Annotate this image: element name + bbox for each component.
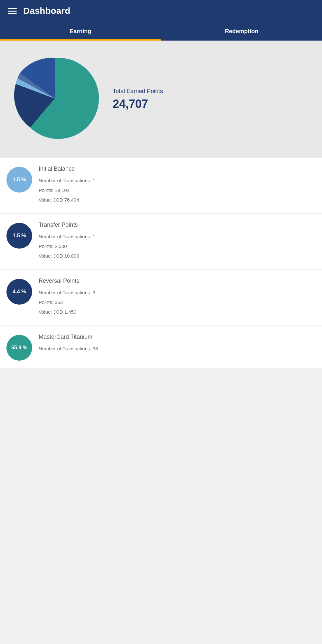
item-title: Initial Balance xyxy=(39,166,316,172)
item-title: MasterCard Titanium xyxy=(39,334,316,340)
total-points-label: Total Earned Points xyxy=(113,88,312,95)
item-value: Value: JOD 10.000 xyxy=(39,252,316,260)
item-points: Points: 363 xyxy=(39,298,316,306)
total-points-section: Total Earned Points 24,707 xyxy=(113,88,312,111)
percentage-badge: 55.9 % xyxy=(6,335,32,361)
item-transactions: Number of Transactions: 38 xyxy=(39,345,316,353)
header: Dashboard Earning Redemption xyxy=(0,0,322,41)
chart-section: Total Earned Points 24,707 xyxy=(0,41,322,158)
page-title: Dashboard xyxy=(23,6,70,16)
item-title: Transfer Points xyxy=(39,222,316,228)
item-title: Reversal Points xyxy=(39,278,316,284)
tab-earning[interactable]: Earning xyxy=(0,22,161,41)
item-content: Transfer Points Number of Transactions: … xyxy=(39,222,316,262)
list-item: 4.4 % Reversal Points Number of Transact… xyxy=(0,270,322,326)
item-transactions: Number of Transactions: 3 xyxy=(39,289,316,297)
percentage-badge: 4.4 % xyxy=(6,279,32,305)
tabs-container: Earning Redemption xyxy=(0,22,322,41)
item-transactions: Number of Transactions: 1 xyxy=(39,233,316,241)
tab-redemption[interactable]: Redemption xyxy=(161,22,322,41)
header-top: Dashboard xyxy=(0,0,322,22)
item-content: Reversal Points Number of Transactions: … xyxy=(39,278,316,318)
pie-chart xyxy=(10,53,100,145)
item-value: Value: JOD 76.404 xyxy=(39,196,316,204)
total-points-value: 24,707 xyxy=(113,97,312,111)
item-value: Value: JOD 1.450 xyxy=(39,308,316,316)
percentage-badge: 1.5 % xyxy=(6,167,32,193)
list-container: 1.5 % Initial Balance Number of Transact… xyxy=(0,158,322,368)
item-content: MasterCard Titanium Number of Transactio… xyxy=(39,334,316,355)
pie-chart-svg xyxy=(10,53,100,144)
percentage-badge: 1.5 % xyxy=(6,223,32,249)
list-item: 1.5 % Transfer Points Number of Transact… xyxy=(0,214,322,270)
item-content: Initial Balance Number of Transactions: … xyxy=(39,166,316,206)
item-transactions: Number of Transactions: 1 xyxy=(39,177,316,185)
list-item: 1.5 % Initial Balance Number of Transact… xyxy=(0,158,322,214)
menu-icon[interactable] xyxy=(8,8,17,14)
item-points: Points: 2,500 xyxy=(39,242,316,250)
item-points: Points: 19,101 xyxy=(39,186,316,194)
list-item: 55.9 % MasterCard Titanium Number of Tra… xyxy=(0,326,322,368)
